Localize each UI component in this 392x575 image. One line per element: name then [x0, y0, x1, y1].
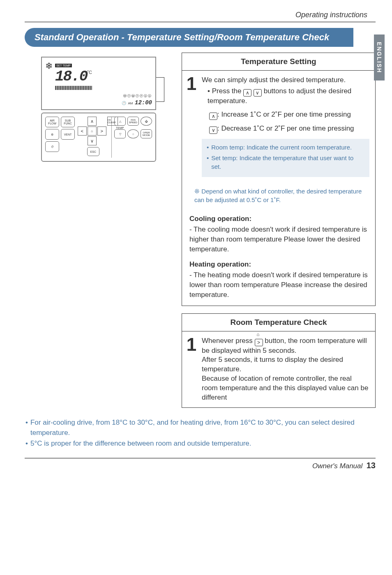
btn-opermode[interactable]: OPER MODE	[141, 129, 152, 138]
temp-step1-line1: We can simply adjust the desired tempera…	[202, 76, 369, 85]
btn-power[interactable]: ⏻	[141, 117, 152, 126]
btn-temp-down[interactable]: ▽	[114, 129, 126, 138]
dpad-down[interactable]: ∨	[88, 136, 97, 145]
room-body-c: After 5 seconds, it turns to display the…	[202, 355, 369, 374]
dpad-home[interactable]: ⌂	[88, 126, 97, 136]
note-roomtemp: Room temp: Indicate the current room tem…	[211, 143, 352, 152]
up-button-icon-2: ∧	[209, 113, 217, 120]
btn-vent[interactable]: VENT	[61, 129, 75, 140]
cooling-heading: Cooling operation:	[189, 214, 368, 224]
temp-card-title: Temperature Setting	[182, 53, 375, 71]
up-button-icon: ∧	[243, 89, 251, 97]
rule-bottom	[25, 458, 376, 458]
btn-ok[interactable]: OK CLEAR	[107, 117, 118, 126]
home-over-icon: ⌂	[257, 331, 260, 338]
page-banner: Standard Operation - Temperature Setting…	[25, 28, 353, 47]
room-body-d: Because of location of remote controller…	[202, 374, 369, 402]
device-illustration: ❄ SET TEMP 18.0 ˚C ⓂⓉⓌⓉⒻⓈⓈ 🕐 AM 12:00	[25, 53, 177, 162]
footer: Owner's Manual 13	[25, 461, 376, 470]
lcd-bars	[55, 86, 92, 90]
footer-page: 13	[367, 461, 376, 470]
language-tab-text: ENGLISH	[376, 42, 383, 73]
step-number-1: 1	[185, 76, 198, 182]
language-tab: ENGLISH	[374, 34, 385, 80]
down-button-icon-2: ∨	[209, 126, 217, 134]
btn-subfunc[interactable]: SUB FUNC	[61, 117, 75, 127]
down-button-icon: ∨	[254, 89, 262, 97]
temp-label: TEMP	[114, 126, 152, 129]
remote-body: AIR FLOW SUB FUNC ⚙ VENT ⏱ ∧ ∨ < > ⌂ OK …	[41, 113, 156, 162]
btn-fanspeed[interactable]: FAN SPEED	[127, 117, 139, 126]
section-header: Operating instructions	[25, 11, 376, 19]
settemp-badge: SET TEMP	[55, 64, 72, 67]
btn-timer[interactable]: ⏱	[45, 141, 59, 152]
depend-note: Depend on what kind of controller, the d…	[194, 188, 362, 203]
lcd-panel: ❄ SET TEMP 18.0 ˚C ⓂⓉⓌⓉⒻⓈⓈ 🕐 AM 12:00	[41, 57, 156, 110]
btn-gear[interactable]: ⚙	[45, 129, 59, 140]
note-box: •Room temp: Indicate the current room te…	[202, 139, 369, 177]
temperature-setting-card: Temperature Setting 1 We can simply adju…	[182, 53, 376, 306]
btn-circle[interactable]: ○	[127, 129, 139, 138]
room-body-a: Whenever press	[202, 337, 255, 345]
room-card-title: Room Temperature Check	[182, 314, 375, 331]
right-button-icon: >	[255, 339, 263, 346]
dpad-up[interactable]: ∧	[88, 117, 97, 126]
snowflake-icon: ❄	[45, 61, 53, 71]
footer-label: Owner's Manual	[312, 462, 362, 470]
cooling-body: - The cooling mode doesn't work if desir…	[189, 225, 368, 254]
temp-step1-line2a: Press the	[212, 87, 244, 95]
lcd-am: AM	[128, 101, 133, 105]
dpad: ∧ ∨ < > ⌂ OK CLEAR	[78, 117, 106, 145]
weekday-row: ⓂⓉⓌⓉⒻⓈⓈ	[123, 94, 152, 98]
bottom-note-1: For air-cooling drive, from 18°C to 30°C…	[30, 418, 375, 438]
clock-icon: 🕐	[122, 101, 126, 105]
bottom-notes: •For air-cooling drive, from 18°C to 30°…	[25, 415, 376, 452]
lcd-temp-value: 18.0	[55, 68, 87, 85]
lcd-unit: ˚C	[87, 70, 92, 75]
note-settemp: Set temp: Indicate the temperature that …	[211, 154, 364, 172]
room-temp-card: Room Temperature Check 1 Whenever press …	[182, 313, 376, 408]
dpad-right[interactable]: >	[97, 126, 106, 136]
leader-line-1	[156, 77, 164, 102]
btn-esc[interactable]: ESC	[87, 147, 99, 156]
lcd-time: 12:00	[135, 99, 152, 106]
btn-airflow[interactable]: AIR FLOW	[45, 117, 59, 127]
room-step-number: 1	[185, 336, 198, 403]
dpad-left[interactable]: <	[78, 126, 87, 136]
decrease-text: : Decrease 1˚C or 2˚F per one time press…	[217, 124, 354, 132]
heating-body: - The heating mode doesn't work if desir…	[189, 270, 368, 299]
increase-text: : Increase 1˚C or 2˚F per one time press…	[217, 110, 351, 118]
bottom-note-2: 5°C is proper for the difference between…	[30, 439, 251, 449]
heating-heading: Heating operation:	[189, 260, 368, 269]
rule-top	[25, 22, 376, 22]
